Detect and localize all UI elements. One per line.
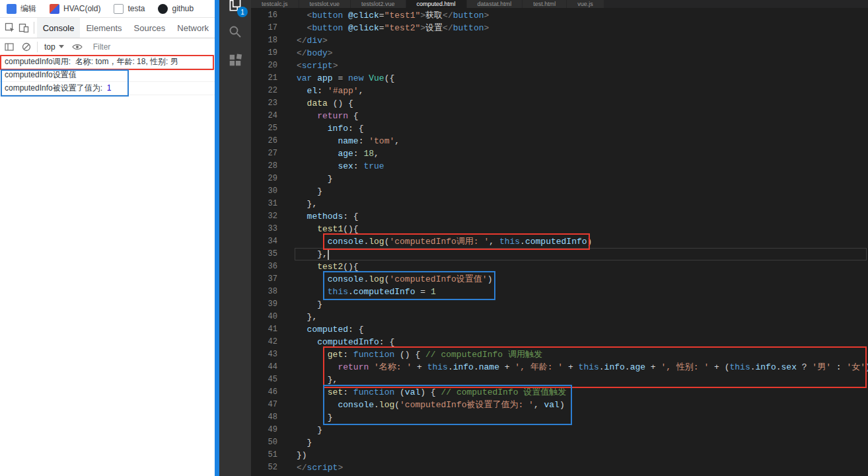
- code-token: [297, 350, 328, 360]
- code-token: console: [338, 400, 374, 410]
- code-token: }: [297, 438, 312, 448]
- edit-doc-icon: [7, 4, 17, 14]
- code-line: 20<script>: [251, 60, 868, 72]
- code-line: 17 <button @click="test2">设置</button>: [251, 22, 868, 34]
- code-token: >: [484, 11, 489, 20]
- code-line: 42 computedInfo: {: [251, 336, 868, 348]
- line-content: computedInfo: {: [277, 336, 394, 348]
- code-token: [297, 124, 328, 134]
- code-token: [369, 362, 374, 372]
- code-token: ', 年龄: ': [515, 362, 563, 372]
- code-token: ): [587, 237, 593, 247]
- code-token: </: [443, 11, 453, 20]
- editor-tab-vue.js[interactable]: vue.js: [567, 0, 604, 8]
- code-token: button: [312, 11, 343, 20]
- line-content: return '名称: ' + this.info.name + ', 年龄: …: [277, 361, 868, 374]
- bookmark-item[interactable]: github: [158, 4, 194, 14]
- code-token: : {: [343, 212, 358, 221]
- line-content: }: [277, 298, 322, 311]
- bookmark-label: HVAC(old): [63, 4, 100, 13]
- line-number: 51: [251, 449, 277, 461]
- line-content: el: '#app',: [277, 85, 363, 97]
- hvac-icon: [50, 4, 59, 14]
- devtools-tab-console[interactable]: Console: [37, 18, 81, 38]
- code-token: () {: [394, 350, 425, 360]
- code-token: [343, 23, 348, 33]
- line-number: 52: [251, 461, 277, 474]
- inspect-element-icon[interactable]: [3, 20, 17, 36]
- devtools-tabbar: ConsoleElementsSourcesNetwork: [0, 17, 215, 38]
- editor-tab-computed.html[interactable]: computed.html: [406, 0, 467, 8]
- code-token: :: [359, 136, 369, 146]
- code-token: [297, 274, 328, 284]
- line-content: set: function (val) { // computedInfo 设置…: [277, 386, 566, 399]
- console-filter-input[interactable]: Filter: [93, 42, 111, 52]
- code-token: 1: [431, 287, 436, 297]
- bookmark-item[interactable]: testa: [114, 4, 145, 14]
- code-token: test1: [317, 224, 343, 234]
- code-token: 18: [363, 149, 374, 159]
- code-area[interactable]: 16 <button @click="test1">获取</button>17 …: [251, 8, 868, 476]
- code-token: info: [453, 362, 474, 372]
- devtools-tab-elements[interactable]: Elements: [80, 18, 127, 38]
- code-token: this: [499, 237, 520, 247]
- code-token: val: [544, 400, 560, 410]
- line-content: sex: true: [277, 160, 384, 173]
- console-sidebar-icon[interactable]: [3, 40, 16, 54]
- bookmark-label: 编辑: [20, 3, 36, 15]
- line-number: 27: [251, 147, 277, 160]
- extensions-icon[interactable]: [219, 46, 251, 75]
- code-token: :: [353, 149, 364, 159]
- console-text: computedInfo设置值: [5, 70, 77, 79]
- execution-context-selector[interactable]: top: [42, 42, 67, 52]
- code-token: .: [448, 362, 453, 372]
- code-token: var: [297, 73, 312, 83]
- screen: 编辑HVAC(old)testagithub ConsoleElementsSo…: [0, 0, 868, 476]
- line-number: 36: [251, 260, 277, 273]
- code-token: [297, 99, 307, 108]
- code-token: .: [776, 362, 781, 372]
- device-toolbar-icon[interactable]: [17, 20, 30, 36]
- code-token: function: [353, 387, 394, 397]
- line-content: var app = new Vue({: [277, 72, 394, 85]
- bookmark-item[interactable]: HVAC(old): [50, 4, 100, 14]
- editor-tab-testslot.vue[interactable]: testslot.vue: [299, 0, 351, 8]
- console-text: 1: [107, 83, 112, 93]
- line-number: 23: [251, 97, 277, 110]
- code-token: }): [297, 450, 307, 460]
- editor-tab-test.html[interactable]: test.html: [523, 0, 567, 8]
- code-token: log: [379, 400, 394, 410]
- line-content: </script>: [277, 461, 343, 474]
- code-token: : {: [379, 337, 394, 347]
- devtools-tab-sources[interactable]: Sources: [128, 18, 172, 38]
- line-content: <button @click="test1">获取</button>: [277, 9, 489, 22]
- code-token: ({: [384, 73, 395, 83]
- github-icon: [158, 4, 168, 14]
- code-token: +: [563, 362, 578, 372]
- bookmark-item[interactable]: 编辑: [7, 3, 36, 15]
- code-token: },: [297, 312, 317, 322]
- code-token: [297, 149, 338, 159]
- code-line: 41 computed: {: [251, 323, 868, 336]
- editor-tab-datastat.html[interactable]: datastat.html: [467, 0, 523, 8]
- code-token: sex: [781, 362, 797, 372]
- console-text: computedInfo被设置了值为:: [5, 83, 107, 93]
- clear-console-icon[interactable]: [20, 40, 33, 54]
- line-content: <button @click="test2">设置</button>: [277, 22, 489, 34]
- browser-pane: 编辑HVAC(old)testagithub ConsoleElementsSo…: [0, 0, 215, 476]
- code-token: </: [297, 463, 307, 473]
- tab-label: testslot.vue: [310, 0, 340, 8]
- explorer-icon[interactable]: 1: [219, 0, 251, 17]
- editor-tab-testcalc.js[interactable]: testcalc.js: [251, 0, 299, 8]
- code-token: ): [560, 400, 565, 410]
- code-token: data: [307, 99, 328, 108]
- eye-icon[interactable]: [71, 40, 84, 54]
- search-icon[interactable]: [219, 17, 251, 46]
- code-line: 50 }: [251, 436, 868, 449]
- code-token: .: [374, 400, 379, 410]
- code-line: 39 }: [251, 298, 868, 311]
- devtools-tab-network[interactable]: Network: [171, 18, 215, 38]
- editor-tab-testslot2.vue[interactable]: testslot2.vue: [351, 0, 406, 8]
- code-token: +: [412, 362, 427, 372]
- code-line: 46 set: function (val) { // computedInfo…: [251, 386, 868, 399]
